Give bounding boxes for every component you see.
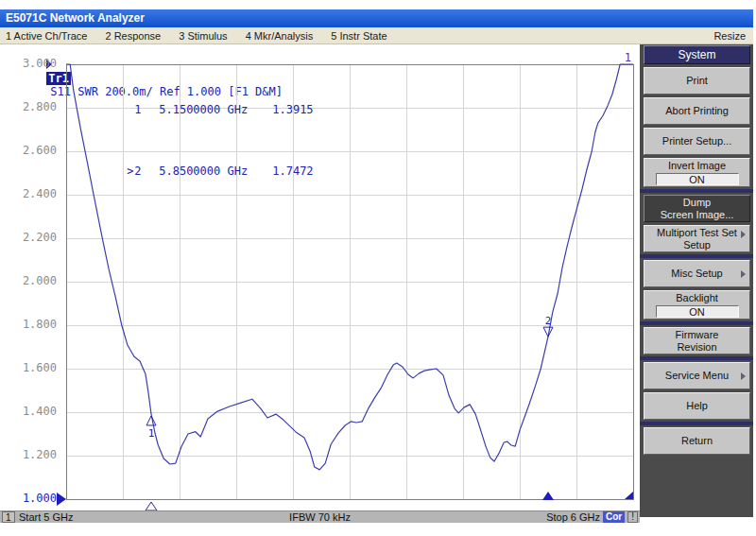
softkey-group-separator [640,254,753,258]
marker2-prefix: > [127,165,134,178]
y-axis-tick-label: 1.600 [0,361,57,374]
window-title: E5071C Network Analyzer [6,11,145,25]
button-label: Service Menu [665,370,729,382]
toggle-state: ON [656,305,739,318]
marker2-readout-row: >25.8500000 GHz1.7472 [59,153,314,190]
y-axis-labels: 3.0002.8002.6002.4002.2002.0001.8001.600… [0,64,60,509]
svg-text:1: 1 [625,51,631,64]
menu-instr-state[interactable]: 5 Instr State [331,30,387,42]
sidebar-button-invert-image[interactable]: Invert Image ON [644,158,750,187]
sidebar-button-abort-printing[interactable]: Abort Printing [644,97,750,125]
y-axis-tick-label: 2.800 [0,100,57,113]
y-axis-tick-label: 2.000 [0,274,57,287]
menu-response[interactable]: 2 Response [105,30,161,42]
button-label: Backlight [676,292,718,304]
sidebar-button-service-menu[interactable]: Service Menu [644,362,750,389]
plot-area[interactable]: 112 15.1500000 GHz1.3915 >25.8500000 GHz… [66,64,633,499]
button-label-line2: Setup [683,239,711,251]
title-bar[interactable]: E5071C Network Analyzer [0,9,753,27]
channel-number: 1 [2,511,15,523]
sidebar-button-multiport-test-set-setup[interactable]: Multiport Test Set Setup [644,225,750,252]
toggle-state: ON [656,173,739,185]
sidebar-button-backlight[interactable]: Backlight ON [644,290,750,320]
sidebar-button-dump-screen-image[interactable]: Dump Screen Image... [644,195,750,222]
button-label-line1: Multiport Test Set [657,227,737,239]
menu-mkr-analysis[interactable]: 4 Mkr/Analysis [246,30,314,42]
sidebar-button-return[interactable]: Return [644,427,750,455]
button-label: Invert Image [668,160,726,172]
y-axis-tick-label: 1.000 [0,492,57,505]
svg-text:2: 2 [545,315,552,327]
button-label: Misc Setup [671,268,722,280]
sidebar-button-help[interactable]: Help [644,392,750,420]
sidebar-button-printer-setup[interactable]: Printer Setup... [644,128,750,155]
sidebar-button-misc-setup[interactable]: Misc Setup [644,260,750,287]
softkey-menu: System Print Abort Printing Printer Setu… [640,44,753,517]
analyzer-screen: E5071C Network Analyzer 1 Active Ch/Trac… [0,0,756,536]
button-label-line1: Firmware [676,329,719,341]
marker-readout: 15.1500000 GHz1.3915 >25.8500000 GHz1.74… [59,67,314,215]
y-axis-tick-label: 1.400 [0,405,57,418]
marker2-value: 1.7472 [272,165,313,178]
submenu-arrow-icon [741,372,746,380]
y-axis-tick-label: 2.600 [0,144,57,157]
warning-indicator[interactable]: ! [627,511,638,523]
submenu-arrow-icon [741,270,746,278]
lcd-display: Tr1 S11 SWR 200.0m/ Ref 1.000 [F1 D&M] 3… [0,44,640,510]
sidebar-button-firmware-revision[interactable]: Firmware Revision [644,327,750,354]
softkey-group-separator [640,321,753,325]
y-axis-tick-label: 1.800 [0,318,57,331]
button-label-line2: Screen Image... [661,209,734,221]
marker1-number: 1 [134,104,146,116]
menu-active-ch-trace[interactable]: 1 Active Ch/Trace [6,30,87,42]
marker1-value: 1.3915 [272,104,313,116]
marker1-frequency: 5.1500000 GHz [159,104,270,116]
marker1-prefix [127,104,134,116]
sidebar-button-print[interactable]: Print [644,67,750,95]
marker1-readout-row: 15.1500000 GHz1.3915 [59,92,314,129]
y-axis-tick-label: 2.200 [0,231,57,244]
sidebar-button-system[interactable]: System [644,45,750,64]
start-frequency: Start 5 GHz [19,511,73,523]
softkey-group-separator [640,356,753,360]
softkey-group-separator [640,422,753,425]
menu-resize[interactable]: Resize [713,27,746,44]
menu-bar: 1 Active Ch/Trace 2 Response 3 Stimulus … [0,27,753,44]
softkey-group-separator [640,189,753,193]
svg-text:1: 1 [148,427,155,440]
marker2-frequency: 5.8500000 GHz [159,165,270,178]
y-axis-tick-label: 1.200 [0,448,57,461]
y-axis-tick-label: 3.000 [0,57,57,70]
status-bar: 1 Start 5 GHz IFBW 70 kHz Stop 6 GHz Cor… [0,510,640,523]
marker2-number: 2 [134,165,146,178]
button-label-line2: Revision [677,341,716,354]
ifbw-readout: IFBW 70 kHz [289,511,351,523]
y-axis-tick-label: 2.400 [0,187,57,200]
stop-frequency: Stop 6 GHz [546,511,600,523]
menu-stimulus[interactable]: 3 Stimulus [179,30,227,42]
button-label-line1: Dump [683,197,711,209]
correction-badge: Cor [603,511,625,523]
submenu-arrow-icon [741,231,746,238]
